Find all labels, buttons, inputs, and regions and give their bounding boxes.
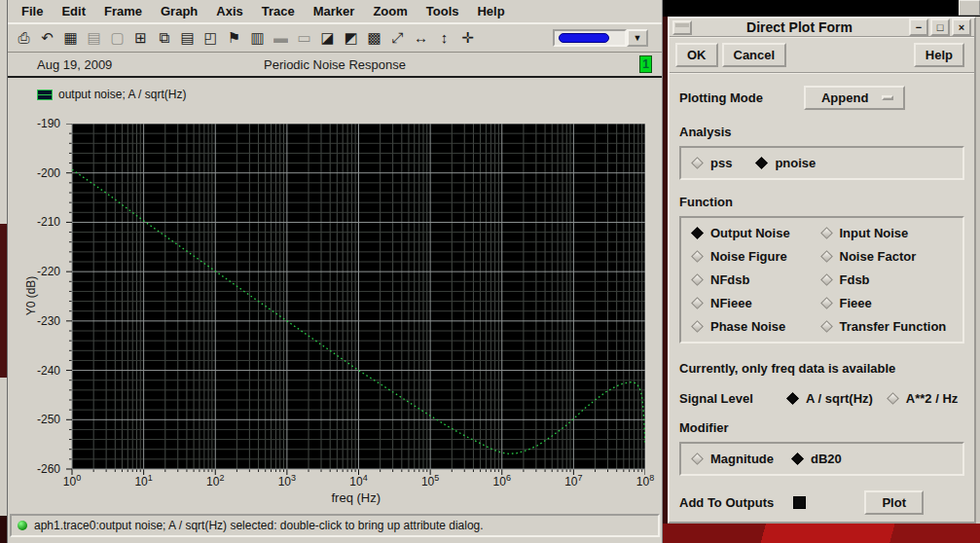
- function-group: Output NoiseInput NoiseNoise FigureNoise…: [679, 216, 964, 344]
- new-window-icon[interactable]: ⧉: [153, 26, 175, 50]
- x-tick-label: 108: [628, 473, 663, 489]
- y-tick-label: -200: [14, 166, 60, 180]
- menu-tools[interactable]: Tools: [424, 2, 461, 20]
- toolbar: ⎙↶▦▤▢⊞⧉▤◰⚑▥▬▭◪◩▩⤢↔↕✛ ▼: [8, 23, 662, 53]
- add-to-outputs-checkbox[interactable]: [793, 496, 806, 509]
- cancel-button[interactable]: Cancel: [722, 43, 787, 67]
- zoom-fit-icon[interactable]: ⤢: [386, 26, 409, 50]
- screen: FileEditFrameGraphAxisTraceMarkerZoomToo…: [0, 0, 980, 543]
- signal-level-option-a-sqrt-hz-[interactable]: A / sqrt(Hz): [788, 391, 873, 406]
- slice-vertical-icon[interactable]: ◩: [340, 26, 362, 50]
- menu-zoom[interactable]: Zoom: [371, 2, 409, 20]
- function-label: Function: [679, 195, 964, 209]
- horizontal-panels-icon[interactable]: ▤: [176, 26, 199, 50]
- menubar: FileEditFrameGraphAxisTraceMarkerZoomToo…: [8, 0, 662, 23]
- ok-button[interactable]: OK: [675, 43, 718, 67]
- signal-level-label: Signal Level: [679, 391, 773, 406]
- help-button[interactable]: Help: [914, 43, 964, 67]
- menu-frame[interactable]: Frame: [102, 2, 144, 20]
- x-tick-base: 10: [421, 475, 434, 489]
- trace-color-dropdown-button[interactable]: ▼: [627, 29, 648, 47]
- plot-area[interactable]: [66, 124, 645, 479]
- zoom-y-icon[interactable]: ↕: [433, 26, 455, 50]
- function-option-phase-noise[interactable]: Phase Noise: [693, 319, 822, 334]
- function-option-label: Input Noise: [840, 226, 909, 240]
- modifier-option-magnitude[interactable]: Magnitude: [693, 452, 774, 466]
- legend[interactable]: output noise; A / sqrt(Hz): [37, 88, 662, 101]
- zoom-x-icon[interactable]: ↔: [410, 26, 432, 50]
- add-to-outputs-row: Add To Outputs Plot: [679, 490, 964, 515]
- minimize-icon[interactable]: −: [909, 18, 928, 36]
- menu-marker[interactable]: Marker: [311, 2, 357, 20]
- trace-color-field: [553, 29, 627, 47]
- menu-file[interactable]: File: [19, 2, 45, 20]
- menu-axis[interactable]: Axis: [214, 2, 244, 20]
- menu-trace[interactable]: Trace: [260, 2, 297, 20]
- y-tick-label: -250: [14, 413, 60, 426]
- background-window-strip: [663, 0, 980, 17]
- x-tick-base: 10: [63, 475, 76, 489]
- maximize-icon[interactable]: □: [930, 18, 950, 36]
- x-tick-base: 10: [564, 475, 577, 489]
- function-option-transfer-function[interactable]: Transfer Function: [822, 319, 952, 334]
- function-option-noise-figure[interactable]: Noise Figure: [693, 249, 822, 264]
- dialog-title: Direct Plot Form: [692, 19, 907, 35]
- slice-horizontal-icon[interactable]: ◪: [316, 26, 339, 50]
- grid-icon[interactable]: ▦: [59, 26, 82, 50]
- function-option-label: Noise Figure: [710, 249, 787, 264]
- data-table-icon[interactable]: ▥: [246, 26, 269, 50]
- marker-icon[interactable]: ⚑: [223, 26, 245, 50]
- menu-edit[interactable]: Edit: [59, 2, 88, 20]
- x-tick-base: 10: [278, 475, 291, 489]
- x-tick-exponent: 6: [506, 473, 511, 483]
- x-tick-exponent: 7: [578, 473, 583, 483]
- corner-window-icon[interactable]: ◰: [200, 26, 222, 50]
- y-tick-label: -230: [14, 314, 60, 328]
- function-option-output-noise[interactable]: Output Noise: [693, 226, 822, 240]
- waveform-window: FileEditFrameGraphAxisTraceMarkerZoomToo…: [8, 0, 663, 543]
- plot-button[interactable]: Plot: [864, 490, 924, 515]
- waveform-plot[interactable]: [66, 124, 645, 475]
- strip-chart-icon: ▬: [270, 26, 292, 50]
- x-tick-label: 105: [413, 473, 448, 489]
- x-tick-exponent: 2: [219, 473, 224, 483]
- dialog-button-row: OK Cancel Help: [670, 38, 974, 74]
- analysis-label: Analysis: [679, 125, 964, 139]
- analysis-option-label: pnoise: [775, 156, 816, 170]
- modifier-option-db20[interactable]: dB20: [793, 452, 842, 466]
- window-menu-icon[interactable]: [672, 20, 692, 35]
- trace-color-combo: ▼: [553, 29, 648, 47]
- optionmenu-indicator-icon: [882, 95, 893, 100]
- undo-icon[interactable]: ↶: [36, 26, 58, 50]
- function-option-label: Fdsb: [840, 272, 870, 287]
- function-option-label: Noise Factor: [840, 249, 917, 264]
- signal-level-row: Signal Level A / sqrt(Hz)A**2 / Hz: [679, 391, 964, 406]
- menu-help[interactable]: Help: [475, 2, 506, 20]
- add-subwindow-icon[interactable]: ⊞: [129, 26, 152, 50]
- plotting-mode-optionmenu[interactable]: Append: [804, 86, 905, 110]
- y-tick-label: -190: [14, 117, 60, 130]
- function-radio-icon: [691, 227, 704, 239]
- dialog-titlebar[interactable]: Direct Plot Form − □ ×: [670, 18, 974, 38]
- function-option-input-noise[interactable]: Input Noise: [822, 226, 952, 240]
- status-message: aph1.trace0:output noise; A / sqrt(Hz) s…: [34, 519, 484, 532]
- function-option-noise-factor[interactable]: Noise Factor: [822, 249, 952, 264]
- page-badge[interactable]: 1: [639, 55, 652, 73]
- analysis-option-pss[interactable]: pss: [693, 156, 732, 170]
- calculator-icon[interactable]: ▩: [363, 26, 385, 50]
- x-tick-label: 106: [485, 473, 520, 489]
- function-option-fdsb[interactable]: Fdsb: [822, 272, 952, 287]
- signal-level-option-a-2-hz[interactable]: A**2 / Hz: [889, 391, 958, 406]
- overlay-chart-icon: ▭: [293, 26, 315, 50]
- function-option-fieee[interactable]: Fieee: [822, 296, 952, 310]
- function-radio-icon: [691, 297, 704, 309]
- print-icon[interactable]: ⎙: [13, 26, 35, 50]
- close-icon[interactable]: ×: [952, 18, 971, 36]
- menu-graph[interactable]: Graph: [159, 2, 200, 20]
- add-to-outputs-label: Add To Outputs: [679, 495, 774, 510]
- analysis-option-pnoise[interactable]: pnoise: [757, 156, 816, 170]
- modifier-radio-icon: [691, 452, 704, 465]
- zoom-box-icon[interactable]: ✛: [456, 26, 479, 50]
- function-option-nfieee[interactable]: NFieee: [693, 296, 822, 310]
- function-option-nfdsb[interactable]: NFdsb: [693, 272, 822, 287]
